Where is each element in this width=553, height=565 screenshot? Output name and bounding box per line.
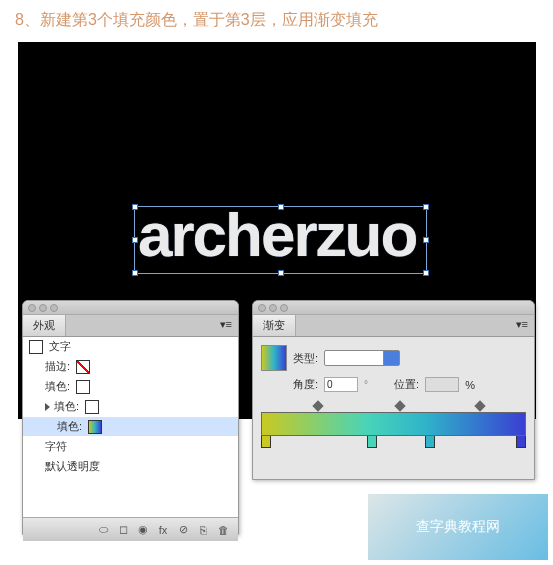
zoom-icon[interactable] [50,304,58,312]
appearance-item-stroke[interactable]: 描边: [23,357,238,377]
panel-tabs: 外观 ▾≡ [23,315,238,337]
item-label: 默认透明度 [45,459,100,474]
swatch-gradient-icon[interactable] [88,420,102,434]
item-label: 填色: [45,379,70,394]
new-fill-icon[interactable]: ◉ [136,523,150,537]
angle-input[interactable]: 0 [324,377,358,392]
resize-handle[interactable] [423,270,429,276]
appearance-item-fill-selected[interactable]: 填色: [23,417,238,437]
clear-icon[interactable]: ⊘ [176,523,190,537]
item-label: 文字 [49,339,71,354]
type-label: 类型: [293,351,318,366]
watermark: 查字典教程网 [368,494,548,560]
window-titlebar[interactable] [253,301,534,315]
item-label: 填色: [54,399,79,414]
gradient-body: 类型: 角度: 0 ° 位置: % [253,337,534,464]
empty-area [23,477,238,517]
selection-bounding-box[interactable] [134,206,427,274]
resize-handle[interactable] [278,270,284,276]
tab-appearance[interactable]: 外观 [23,315,66,336]
disclosure-triangle-icon[interactable] [45,403,50,411]
appearance-item-fill[interactable]: 填色: [23,397,238,417]
appearance-item-character[interactable]: 字符 [23,437,238,457]
close-icon[interactable] [258,304,266,312]
appearance-list: 文字 描边: 填色: 填色: 填色: 字符 默认透明度 [23,337,238,517]
fx-icon[interactable]: fx [156,523,170,537]
stop-track[interactable] [261,436,526,450]
degree-icon: ° [364,379,368,390]
position-label: 位置: [394,377,419,392]
item-label: 字符 [45,439,67,454]
tab-gradient[interactable]: 渐变 [253,315,296,336]
appearance-item-fill[interactable]: 填色: [23,377,238,397]
swatch-icon[interactable] [76,380,90,394]
midpoint-handle[interactable] [312,400,323,411]
duplicate-icon[interactable]: ⎘ [196,523,210,537]
panel-tabs: 渐变 ▾≡ [253,315,534,337]
appearance-item-text[interactable]: 文字 [23,337,238,357]
midpoint-handle[interactable] [474,400,485,411]
close-icon[interactable] [28,304,36,312]
resize-handle[interactable] [132,270,138,276]
gradient-preview[interactable] [261,345,287,371]
item-label: 填色: [57,419,82,434]
window-titlebar[interactable] [23,301,238,315]
gradient-stop[interactable] [261,436,271,448]
link-icon[interactable]: ⬭ [96,523,110,537]
resize-handle[interactable] [132,237,138,243]
gradient-panel: 渐变 ▾≡ 类型: 角度: 0 ° 位置: % [252,300,535,480]
gradient-stop[interactable] [425,436,435,448]
panel-footer: ⬭ ◻ ◉ fx ⊘ ⎘ 🗑 [23,517,238,541]
resize-handle[interactable] [423,204,429,210]
gradient-stop[interactable] [516,436,526,448]
position-input[interactable] [425,377,459,392]
resize-handle[interactable] [423,237,429,243]
gradient-type-select[interactable] [324,350,400,366]
percent-label: % [465,379,475,391]
swatch-icon [29,340,43,354]
panel-menu-icon[interactable]: ▾≡ [510,315,534,336]
gradient-slider[interactable] [261,402,526,456]
midpoint-handle[interactable] [394,400,405,411]
appearance-panel: 外观 ▾≡ 文字 描边: 填色: 填色: 填色: 字符 默认透明度 [22,300,239,535]
gradient-bar[interactable] [261,412,526,436]
resize-handle[interactable] [132,204,138,210]
gradient-stop[interactable] [367,436,377,448]
zoom-icon[interactable] [280,304,288,312]
midpoint-track[interactable] [261,402,526,412]
swatch-icon[interactable] [85,400,99,414]
minimize-icon[interactable] [39,304,47,312]
minimize-icon[interactable] [269,304,277,312]
angle-label: 角度: [293,377,318,392]
new-stroke-icon[interactable]: ◻ [116,523,130,537]
appearance-item-opacity[interactable]: 默认透明度 [23,457,238,477]
swatch-none-icon[interactable] [76,360,90,374]
resize-handle[interactable] [278,204,284,210]
panel-menu-icon[interactable]: ▾≡ [214,315,238,336]
step-title: 8、新建第3个填充颜色，置于第3层，应用渐变填充 [0,0,553,41]
trash-icon[interactable]: 🗑 [216,523,230,537]
item-label: 描边: [45,359,70,374]
